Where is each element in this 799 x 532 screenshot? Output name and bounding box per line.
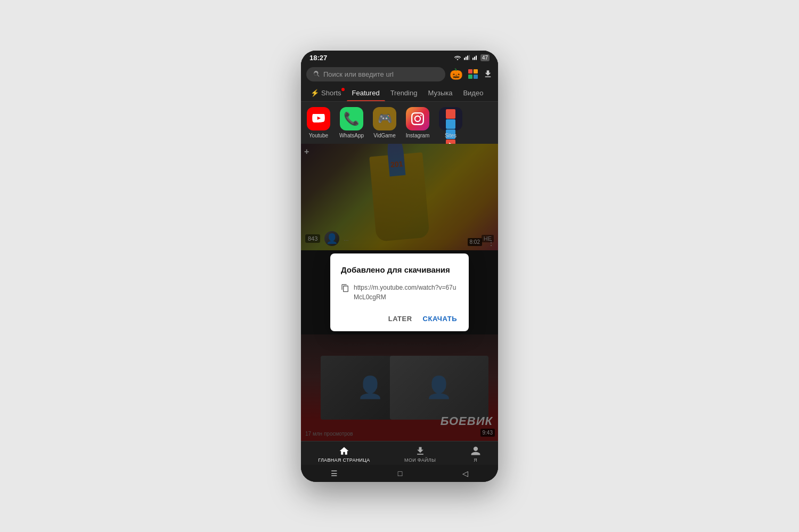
tab-trending[interactable]: Trending	[385, 85, 423, 101]
system-nav: ☰ □ ◁	[301, 465, 498, 482]
nav-files-label: МОИ ФАЙЛЫ	[404, 457, 436, 463]
phone-frame: 18:27 47	[301, 51, 498, 482]
vidgame-icon: 🎮	[373, 107, 396, 130]
svg-rect-5	[474, 57, 475, 60]
quick-link-whatsapp[interactable]: 📞 WhatsApp	[338, 107, 365, 138]
quick-link-vidgame[interactable]: 🎮 VidGame	[371, 107, 398, 138]
instagram-icon	[406, 107, 429, 130]
search-placeholder: Поиск или введите url	[323, 70, 394, 78]
dialog-url-row: https://m.youtube.com/watch?v=67uMcL0cgR…	[341, 283, 458, 302]
nav-home[interactable]: ГЛАВНАЯ СТРАНИЦА	[318, 446, 370, 463]
svg-rect-4	[472, 58, 474, 60]
dialog-title: Добавлено для скачивания	[341, 264, 458, 275]
signal-icon	[463, 54, 470, 61]
signal2-icon	[472, 54, 478, 61]
whatsapp-label: WhatsApp	[339, 133, 364, 138]
later-button[interactable]: LATER	[387, 313, 413, 325]
svg-rect-1	[466, 57, 467, 60]
search-right-icons: 🎃	[450, 68, 493, 80]
nav-home-label: ГЛАВНАЯ СТРАНИЦА	[318, 457, 370, 463]
search-bar: Поиск или введите url 🎃	[301, 64, 498, 85]
tab-shorts[interactable]: ⚡ Shorts	[305, 85, 347, 101]
bottom-nav: ГЛАВНАЯ СТРАНИЦА МОИ ФАЙЛЫ Я	[301, 441, 498, 465]
battery-icon: 47	[480, 54, 490, 61]
avatar-icon[interactable]: 🎃	[450, 68, 463, 80]
download-dialog: Добавлено для скачивания https://m.youtu…	[330, 253, 469, 331]
back-btn[interactable]: ◁	[462, 469, 468, 478]
screen: 18:27 47	[301, 51, 498, 482]
tabs-bar: ⚡ Shorts Featured Trending Музыка Видео	[301, 85, 498, 102]
nav-profile-label: Я	[474, 457, 477, 463]
download-button[interactable]: СКАЧАТЬ	[422, 313, 458, 325]
content-area: 201 + 843 👤 ... НЕ 8:02 ⋮	[301, 144, 498, 441]
svg-rect-0	[464, 58, 465, 60]
sites-icon: ▶	[439, 107, 462, 130]
status-time: 18:27	[309, 54, 327, 62]
svg-rect-6	[476, 56, 477, 60]
youtube-icon	[307, 107, 330, 130]
whatsapp-icon: 📞	[340, 107, 363, 130]
svg-rect-2	[467, 56, 468, 60]
svg-rect-7	[468, 69, 472, 73]
dialog-actions: LATER СКАЧАТЬ	[341, 310, 458, 325]
quick-link-sites[interactable]: ▶ Sites	[437, 107, 464, 138]
quick-link-youtube[interactable]: Youtube	[305, 107, 332, 138]
tab-video[interactable]: Видео	[458, 85, 488, 101]
sites-label: Sites	[445, 133, 456, 138]
search-input-wrap[interactable]: Поиск или введите url	[306, 67, 445, 81]
grid-icon[interactable]	[467, 68, 479, 80]
quick-links: Youtube 📞 WhatsApp 🎮 VidGame	[301, 102, 498, 144]
instagram-label: Instagram	[406, 133, 429, 138]
download-icon[interactable]	[483, 69, 493, 79]
svg-rect-8	[474, 69, 478, 73]
copy-icon	[341, 283, 349, 295]
shorts-notification-dot	[341, 88, 345, 91]
svg-rect-9	[468, 75, 472, 79]
home-btn[interactable]: □	[398, 469, 402, 478]
files-icon	[415, 446, 426, 456]
svg-rect-10	[474, 75, 478, 79]
profile-icon	[470, 446, 481, 456]
home-icon	[339, 446, 349, 456]
tab-music[interactable]: Музыка	[422, 85, 458, 101]
nav-files[interactable]: МОИ ФАЙЛЫ	[404, 446, 436, 463]
nav-profile[interactable]: Я	[470, 446, 481, 463]
dialog-url: https://m.youtube.com/watch?v=67uMcL0cgR…	[354, 283, 458, 302]
youtube-label: Youtube	[309, 133, 328, 138]
status-icons: 47	[454, 54, 490, 61]
wifi-icon	[454, 54, 461, 61]
quick-link-instagram[interactable]: Instagram	[404, 107, 431, 138]
svg-rect-3	[469, 55, 470, 60]
dialog-overlay: Добавлено для скачивания https://m.youtu…	[301, 144, 498, 441]
status-bar: 18:27 47	[301, 51, 498, 64]
vidgame-label: VidGame	[373, 133, 396, 138]
tab-featured[interactable]: Featured	[347, 85, 385, 101]
search-icon	[313, 70, 320, 78]
menu-btn[interactable]: ☰	[331, 469, 338, 478]
